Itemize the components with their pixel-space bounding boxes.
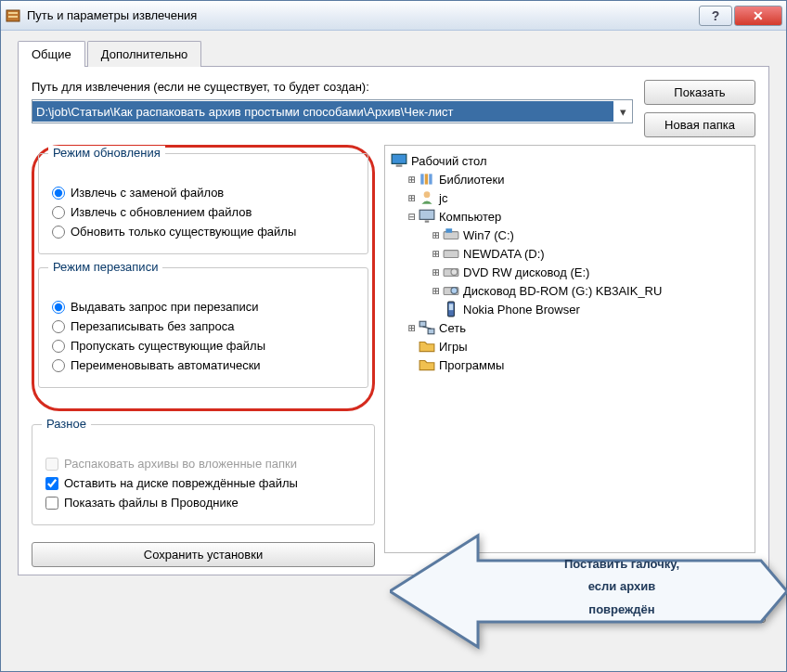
tree-newdata[interactable]: ⊞NEWDATA (D:) bbox=[389, 244, 751, 263]
group-title-update: Режим обновления bbox=[48, 146, 165, 160]
svg-rect-10 bbox=[425, 221, 430, 223]
tab-advanced[interactable]: Дополнительно bbox=[87, 41, 202, 67]
group-update-mode: Режим обновления Извлечь с заменой файло… bbox=[38, 153, 368, 254]
tab-general[interactable]: Общие bbox=[18, 41, 85, 67]
titlebar: Путь и параметры извлечения ? ✕ bbox=[1, 1, 786, 31]
tree-win7[interactable]: ⊞Win7 (C:) bbox=[389, 226, 751, 244]
expand-icon[interactable]: ⊞ bbox=[430, 228, 443, 242]
computer-icon bbox=[419, 209, 435, 224]
svg-rect-2 bbox=[8, 16, 18, 18]
collapse-icon[interactable]: ⊟ bbox=[406, 210, 419, 224]
tree-bd[interactable]: ⊞Дисковод BD-ROM (G:) KB3AIK_RU bbox=[389, 281, 751, 300]
svg-rect-11 bbox=[444, 232, 458, 239]
tree-libraries[interactable]: ⊞Библиотеки bbox=[389, 170, 751, 188]
network-icon bbox=[419, 320, 435, 335]
tree-dvd[interactable]: ⊞DVD RW дисковод (E:) bbox=[389, 263, 751, 281]
svg-rect-21 bbox=[428, 329, 434, 334]
show-button[interactable]: Показать bbox=[644, 80, 755, 105]
tabs: Общие Дополнительно bbox=[18, 41, 769, 67]
tree-jc[interactable]: ⊞jc bbox=[389, 188, 751, 207]
folder-tree[interactable]: Рабочий стол ⊞Библиотеки ⊞jc ⊟Компьютер … bbox=[384, 145, 755, 553]
expand-icon[interactable]: ⊞ bbox=[406, 191, 419, 205]
app-icon bbox=[5, 7, 21, 24]
cancel-button[interactable]: Отмена bbox=[584, 598, 669, 623]
group-title-misc: Разное bbox=[42, 417, 91, 431]
tree-games[interactable]: Игры bbox=[389, 337, 751, 355]
library-icon bbox=[419, 172, 435, 187]
svg-point-15 bbox=[451, 269, 458, 276]
radio-extract-replace[interactable]: Извлечь с заменой файлов bbox=[52, 186, 358, 200]
phone-icon bbox=[443, 302, 459, 317]
path-input[interactable] bbox=[32, 101, 613, 122]
path-label: Путь для извлечения (если не существует,… bbox=[32, 80, 633, 94]
dropdown-arrow-icon[interactable]: ▾ bbox=[613, 105, 632, 119]
dialog-window: Путь и параметры извлечения ? ✕ Общие До… bbox=[0, 0, 787, 672]
svg-rect-5 bbox=[420, 174, 423, 184]
check-extract-nested: Распаковать архивы во вложенные папки bbox=[45, 457, 365, 471]
svg-rect-20 bbox=[419, 321, 426, 327]
folder-icon bbox=[419, 357, 435, 372]
svg-point-8 bbox=[424, 191, 431, 198]
svg-rect-13 bbox=[444, 251, 458, 258]
bd-icon bbox=[443, 283, 459, 298]
radio-update-existing[interactable]: Обновить только существующие файлы bbox=[52, 225, 358, 239]
radio-extract-update[interactable]: Извлечь с обновлением файлов bbox=[52, 205, 358, 219]
expand-icon[interactable]: ⊞ bbox=[430, 247, 443, 261]
drive-icon bbox=[443, 227, 459, 242]
expand-icon[interactable]: ⊞ bbox=[430, 284, 443, 298]
dvd-icon bbox=[443, 265, 459, 279]
tree-computer[interactable]: ⊟Компьютер bbox=[389, 207, 751, 226]
user-icon bbox=[419, 190, 435, 205]
tree-network[interactable]: ⊞Сеть bbox=[389, 318, 751, 337]
tab-panel: Путь для извлечения (если не существует,… bbox=[18, 66, 769, 575]
new-folder-button[interactable]: Новая папка bbox=[644, 112, 755, 137]
desktop-icon bbox=[391, 153, 407, 168]
radio-ask-overwrite[interactable]: Выдавать запрос при перезаписи bbox=[52, 300, 358, 314]
close-button[interactable]: ✕ bbox=[734, 6, 782, 26]
svg-rect-3 bbox=[392, 154, 406, 163]
dialog-footer: OK Отмена Справка bbox=[1, 585, 786, 634]
expand-icon[interactable]: ⊞ bbox=[406, 321, 419, 335]
svg-rect-19 bbox=[449, 304, 454, 310]
expand-icon[interactable]: ⊞ bbox=[406, 173, 419, 187]
ok-button[interactable]: OK bbox=[487, 598, 573, 623]
svg-rect-4 bbox=[396, 165, 403, 167]
path-combobox[interactable]: ▾ bbox=[32, 99, 633, 123]
help-button[interactable]: ? bbox=[699, 6, 732, 26]
group-title-overwrite: Режим перезаписи bbox=[48, 260, 162, 274]
expand-icon[interactable]: ⊞ bbox=[430, 265, 443, 279]
radio-overwrite-no-ask[interactable]: Перезаписывать без запроса bbox=[52, 319, 358, 333]
svg-rect-12 bbox=[445, 228, 452, 233]
drive-icon bbox=[443, 246, 459, 261]
radio-rename-auto[interactable]: Переименовывать автоматически bbox=[52, 358, 358, 372]
help-dialog-button[interactable]: Справка bbox=[680, 598, 766, 623]
svg-rect-1 bbox=[8, 12, 18, 14]
check-show-explorer[interactable]: Показать файлы в Проводнике bbox=[45, 496, 365, 510]
group-overwrite-mode: Режим перезаписи Выдавать запрос при пер… bbox=[38, 267, 368, 388]
radio-skip-existing[interactable]: Пропускать существующие файлы bbox=[52, 339, 358, 353]
tree-nokia[interactable]: Nokia Phone Browser bbox=[389, 300, 751, 318]
svg-rect-6 bbox=[425, 174, 428, 184]
group-misc: Разное Распаковать архивы во вложенные п… bbox=[32, 424, 375, 525]
window-title: Путь и параметры извлечения bbox=[27, 8, 699, 22]
svg-rect-7 bbox=[429, 174, 432, 184]
save-settings-button[interactable]: Сохранить установки bbox=[32, 542, 375, 567]
highlighted-region: Режим обновления Извлечь с заменой файло… bbox=[32, 145, 375, 411]
tree-programs[interactable]: Программы bbox=[389, 355, 751, 374]
svg-point-17 bbox=[451, 288, 458, 294]
folder-icon bbox=[419, 339, 435, 354]
check-keep-broken[interactable]: Оставить на диске повреждённые файлы bbox=[45, 476, 365, 490]
svg-rect-9 bbox=[419, 210, 434, 219]
tree-desktop[interactable]: Рабочий стол bbox=[389, 151, 751, 170]
